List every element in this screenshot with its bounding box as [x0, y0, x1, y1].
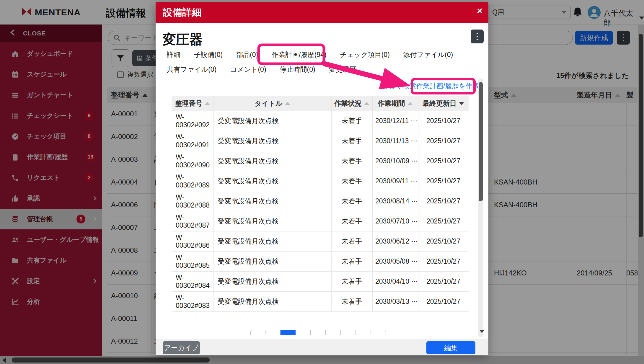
sort-icon — [364, 102, 369, 105]
tab-shared-files[interactable]: 共有ファイル(0) — [167, 65, 216, 74]
page-button[interactable] — [265, 330, 281, 335]
page-button[interactable] — [356, 330, 371, 335]
pagination — [250, 330, 389, 335]
modal-scrollbar[interactable] — [478, 79, 483, 337]
app-root: MENTENA CLOSE ダッシュボード スケジュール ガントチャート チェッ… — [0, 0, 644, 364]
tab-attachments[interactable]: 添付ファイル(0) — [403, 50, 453, 59]
col-header-title[interactable]: タイトル — [213, 99, 331, 108]
workplan-row[interactable]: W-00302#091受変電設備月次点検未着手2030/11/13 ⋯2025/… — [172, 131, 469, 151]
page-button[interactable] — [250, 330, 265, 335]
col-header-period[interactable]: 作業期間 — [372, 99, 418, 108]
modal-tabs-row1: 詳細 子設備(0) 部品(0) 作業計画/履歴(94) チェック項目(0) 添付… — [167, 50, 453, 59]
col-header-updated[interactable]: 最終更新日 — [418, 99, 469, 108]
workplan-table-header: 整理番号 タイトル 作業状況 作業期間 最終更新日 — [172, 96, 469, 111]
page-button[interactable] — [296, 330, 311, 335]
edit-button[interactable]: 編集 — [426, 341, 475, 354]
modal-title: 設備詳細 — [163, 6, 202, 19]
page-button[interactable] — [371, 330, 386, 335]
modal-more-options-button[interactable] — [471, 30, 484, 43]
page-button-active[interactable] — [281, 330, 296, 335]
workplan-row[interactable]: W-00302#086受変電設備月次点検未着手2030/06/12 ⋯2025/… — [172, 231, 469, 252]
page-button[interactable] — [311, 330, 326, 335]
close-icon[interactable]: × — [477, 5, 482, 16]
col-header-id[interactable]: 整理番号 — [172, 99, 213, 108]
tab-sub-equipment[interactable]: 子設備(0) — [194, 50, 223, 59]
col-header-status[interactable]: 作業状況 — [331, 99, 372, 108]
detail-search-link[interactable]: 詳しく検索 — [382, 81, 416, 91]
archive-button[interactable]: アーカイブ — [163, 341, 200, 354]
tab-change-history[interactable]: 変更履歴 — [329, 65, 356, 74]
workplan-row[interactable]: W-00302#088受変電設備月次点検未着手2030/08/14 ⋯2025/… — [172, 191, 469, 211]
workplan-row[interactable]: W-00302#087受変電設備月次点検未着手2030/07/10 ⋯2025/… — [172, 211, 469, 231]
page-button[interactable] — [326, 330, 341, 335]
sort-icon — [285, 102, 290, 105]
workplan-row[interactable]: W-00302#083受変電設備月次点検未着手2030/03/13 ⋯2025/… — [172, 292, 469, 312]
modal-tabs-row2: 共有ファイル(0) コメント(0) 停止時間(0) 変更履歴 — [167, 65, 356, 74]
create-workplan-link[interactable]: 作業計画/履歴を作成 — [416, 81, 479, 91]
tab-check-items[interactable]: チェック項目(0) — [340, 50, 390, 59]
tab-detail[interactable]: 詳細 — [167, 50, 180, 59]
scrollbar-thumb[interactable] — [479, 82, 483, 201]
workplan-row[interactable]: W-00302#092受変電設備月次点検未着手2030/12/11 ⋯2025/… — [172, 111, 469, 131]
equipment-detail-modal: 設備詳細 × 変圧器 詳細 子設備(0) 部品(0) 作業計画/履歴(94) チ… — [156, 2, 488, 355]
tab-parts[interactable]: 部品(0) — [236, 50, 258, 59]
workplan-row[interactable]: W-00302#084受変電設備月次点検未着手2030/04/10 ⋯2025/… — [172, 272, 469, 292]
workplan-row[interactable]: W-00302#090受変電設備月次点検未着手2030/10/09 ⋯2025/… — [172, 151, 469, 171]
equipment-name: 変圧器 — [163, 31, 203, 48]
tab-comments[interactable]: コメント(0) — [230, 65, 266, 74]
page-button[interactable] — [341, 330, 356, 335]
sort-icon — [205, 102, 210, 105]
workplan-row[interactable]: W-00302#089受変電設備月次点検未着手2030/09/11 ⋯2025/… — [172, 171, 469, 191]
scroll-down-icon[interactable] — [479, 333, 485, 338]
workplan-row[interactable]: W-00302#085受変電設備月次点検未着手2030/05/08 ⋯2025/… — [172, 252, 469, 272]
modal-header: 設備詳細 × — [156, 2, 488, 23]
modal-footer: アーカイブ 編集 — [156, 339, 488, 355]
tab-workplan-history[interactable]: 作業計画/履歴(94) — [272, 50, 326, 59]
tab-downtime[interactable]: 停止時間(0) — [280, 65, 315, 74]
sort-icon — [407, 102, 413, 105]
sort-desc-icon — [459, 102, 464, 105]
